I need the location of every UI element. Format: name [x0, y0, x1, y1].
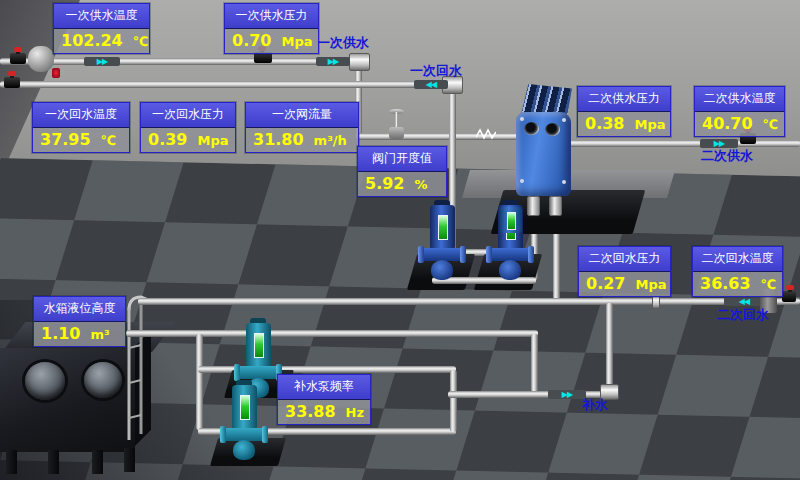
readout-unit: m³/h: [314, 133, 347, 148]
valve-secondary-return[interactable]: [782, 291, 796, 302]
pipe-loop-right: [450, 370, 457, 432]
pipe-tank-outlet: [126, 330, 538, 337]
readout-primary-supply-pressure: 一次供水压力 0.70Mpa: [224, 3, 319, 54]
readout-primary-return-pressure: 一次回水压力 0.39Mpa: [140, 102, 236, 153]
readout-secondary-return-pressure: 二次回水压力 0.27Mpa: [578, 246, 671, 297]
pipe-tag-makeup-water: 补水: [582, 396, 608, 414]
valve-body: [782, 291, 796, 302]
readout-primary-flow: 一次网流量 31.80m³/h: [245, 102, 359, 153]
hx-port-left: [524, 122, 539, 135]
control-valve[interactable]: [389, 127, 404, 139]
readout-valve-opening: 阀门开度值 5.92%: [357, 146, 447, 197]
pipe-tag-secondary-return: 二次回水: [717, 306, 769, 324]
pressure-gauge-red: [52, 68, 60, 78]
readout-title: 二次回水温度: [693, 247, 782, 272]
readout-value: 31.80: [253, 130, 304, 149]
readout-title: 二次供水温度: [695, 87, 784, 112]
readout-secondary-supply-pressure: 二次供水压力 0.38Mpa: [577, 86, 671, 137]
pipe-tank-outlet-drop: [531, 334, 538, 392]
readout-title: 二次供水压力: [578, 87, 670, 112]
readout-secondary-return-temp: 二次回水温度 36.63℃: [692, 246, 783, 297]
readout-unit: ℃: [761, 277, 777, 292]
readout-value: 40.70: [702, 114, 753, 133]
plate-heat-exchanger[interactable]: [516, 84, 574, 208]
readout-unit: ℃: [763, 117, 779, 132]
readout-unit: %: [414, 177, 427, 192]
pump-run-indicator: [438, 215, 448, 240]
readout-primary-return-temp: 一次回水温度 37.95℃: [32, 102, 130, 153]
valve-handle-red: [786, 285, 794, 290]
valve-primary-return-inlet[interactable]: [4, 77, 20, 88]
dirt-separator: [28, 46, 54, 72]
readout-unit: ℃: [101, 133, 117, 148]
pipe-secondary-return: [138, 298, 800, 305]
flow-arrow-right: ▶▶: [548, 390, 586, 399]
readout-title: 二次回水压力: [579, 247, 670, 272]
makeup-pump-2[interactable]: [220, 380, 268, 466]
readout-value: 1.10: [41, 324, 80, 343]
pipe-makeup-riser: [606, 303, 613, 387]
aux-indicator: [507, 212, 516, 230]
pipe-loop-left: [196, 334, 203, 430]
readout-value: 33.88: [285, 402, 336, 421]
readout-makeup-pump-frequency: 补水泵频率 33.88Hz: [277, 374, 371, 425]
pipe-tag-primary-return: 一次回水: [410, 62, 462, 80]
pipe-primary-return: [0, 81, 452, 88]
tank-manhole-right: [84, 362, 122, 398]
pump-run-indicator: [240, 395, 250, 420]
pump-volute: [431, 260, 453, 280]
readout-title: 补水泵频率: [278, 375, 370, 400]
readout-title: 一次回水温度: [33, 103, 129, 128]
readout-secondary-supply-temp: 二次供水温度 40.70℃: [694, 86, 785, 137]
tank-leg: [48, 450, 59, 474]
readout-title: 阀门开度值: [358, 147, 446, 172]
hx-port-right: [545, 123, 560, 136]
readout-unit: Mpa: [281, 34, 312, 49]
readout-value: 5.92: [365, 174, 404, 193]
pipe-tag-primary-supply: 一次供水: [317, 34, 369, 52]
flow-arrow-right: ▶▶: [84, 57, 120, 66]
readout-title: 一次供水压力: [225, 4, 318, 29]
pipe-ring: [652, 295, 660, 309]
pipe-secondary-supply: [562, 140, 800, 147]
valve-body: [10, 53, 26, 64]
pump-run-indicator: [254, 333, 264, 358]
valve-primary-supply-inlet[interactable]: [10, 53, 26, 64]
pipe-primary-supply-to-hx: [356, 133, 522, 140]
readout-value: 0.70: [232, 31, 271, 50]
readout-unit: Mpa: [197, 133, 228, 148]
tank-leg: [92, 450, 103, 474]
valve-handle-red: [14, 47, 22, 52]
tank-leg: [6, 450, 17, 474]
readout-tank-level: 水箱液位高度 1.10m³: [33, 296, 126, 347]
circulation-pump-1[interactable]: [418, 200, 466, 286]
pipe-tag-secondary-supply: 二次供水: [701, 147, 753, 165]
readout-unit: ℃: [133, 34, 149, 49]
readout-value: 36.63: [700, 274, 751, 293]
readout-unit: m³: [90, 327, 109, 342]
readout-primary-supply-temp: 一次供水温度 102.24℃: [53, 3, 150, 54]
flow-arrow-left: ◀◀: [724, 297, 764, 306]
flow-arrow-left: ◀◀: [414, 80, 448, 89]
readout-title: 水箱液位高度: [34, 297, 125, 322]
valve-body: [4, 77, 20, 88]
readout-value: 0.39: [148, 130, 187, 149]
readout-value: 37.95: [40, 130, 91, 149]
readout-unit: Mpa: [634, 117, 665, 132]
water-tank[interactable]: [0, 348, 135, 452]
hx-auxiliary-pump: [500, 207, 522, 233]
readout-title: 一次网流量: [246, 103, 358, 128]
compensator-icon: [476, 127, 496, 141]
valve-handle-red: [8, 71, 16, 76]
readout-value: 0.38: [585, 114, 624, 133]
readout-title: 一次回水压力: [141, 103, 235, 128]
hmi-heating-station-screen: ▶▶ ▶▶ ◀◀ ▶▶ ◀◀ ▶▶: [0, 0, 800, 480]
tank-leg: [124, 448, 135, 472]
flange: [349, 53, 370, 71]
pump-volute: [499, 260, 521, 280]
readout-unit: Mpa: [635, 277, 666, 292]
tank-manhole-left: [25, 362, 65, 400]
readout-value: 0.27: [586, 274, 625, 293]
readout-title: 一次供水温度: [54, 4, 149, 29]
pump-volute: [233, 440, 255, 460]
